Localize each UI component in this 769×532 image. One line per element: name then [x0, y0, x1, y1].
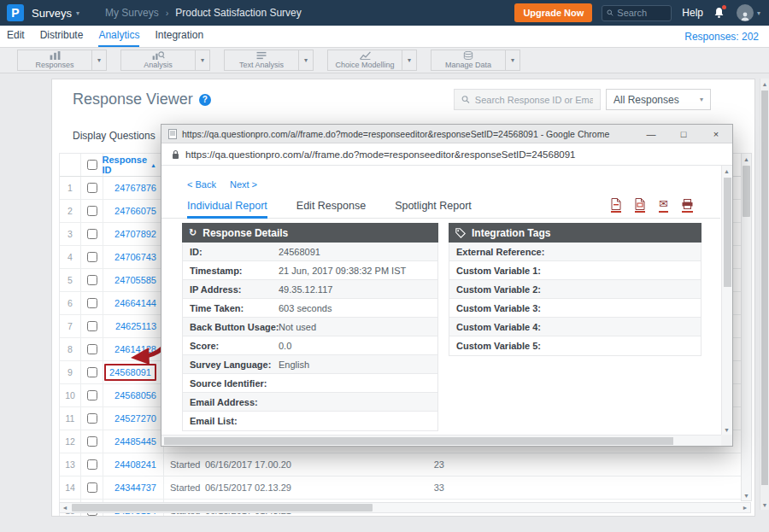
scroll-up-arrow[interactable]: ▲ — [722, 166, 731, 176]
email-icon[interactable]: ✉ — [659, 198, 668, 213]
page-favicon-icon — [168, 129, 177, 139]
analysis-tool-button[interactable]: Analysis — [120, 50, 196, 71]
response-id-sort-header[interactable]: Response ID ▲ — [102, 155, 156, 175]
row-checkbox[interactable] — [87, 206, 97, 216]
response-id-link[interactable]: 24766075 — [114, 206, 156, 216]
excel-export-icon[interactable] — [635, 198, 645, 213]
response-id-link[interactable]: 24485445 — [114, 436, 156, 447]
address-url[interactable]: https://qa.questionpro.com/a//frame.do?m… — [185, 149, 575, 160]
scrollbar-thumb[interactable] — [743, 166, 750, 217]
breadcrumb-my-surveys[interactable]: My Surveys — [105, 7, 159, 19]
questionpro-logo[interactable]: P — [7, 4, 24, 21]
scroll-down-arrow[interactable]: ▼ — [722, 424, 731, 435]
response-search-box[interactable] — [454, 89, 601, 110]
responses-filter-dropdown[interactable]: All Responses ▾ — [606, 89, 711, 110]
scrollbar-thumb[interactable] — [72, 504, 373, 512]
response-id-link[interactable]: 24408241 — [114, 459, 156, 470]
popup-vertical-scrollbar[interactable]: ▲ ▼ — [721, 166, 732, 435]
text-analysis-tool-button[interactable]: Text Analysis — [224, 50, 299, 71]
detail-value: 49.35.12.117 — [279, 284, 332, 295]
row-checkbox-cell — [81, 223, 103, 245]
detail-row: Timestamp:21 Jun, 2017 09:38:32 PM IST — [183, 261, 437, 280]
response-id-link[interactable]: 24767876 — [114, 183, 156, 193]
row-checkbox[interactable] — [87, 436, 97, 447]
maximize-button[interactable]: □ — [674, 129, 693, 139]
tab-edit[interactable]: Edit — [7, 26, 25, 47]
row-checkbox[interactable] — [87, 275, 97, 285]
response-id-cell: 24408241 — [103, 453, 164, 476]
help-icon[interactable]: ? — [199, 94, 211, 106]
tab-analytics[interactable]: Analytics — [98, 26, 139, 47]
popup-horizontal-scrollbar[interactable] — [161, 435, 721, 446]
row-checkbox[interactable] — [87, 482, 97, 493]
window-titlebar[interactable]: https://qa.questionpro.com/a//frame.do?m… — [161, 125, 732, 143]
minimize-button[interactable]: — — [642, 129, 660, 139]
account-menu[interactable]: ▾ — [737, 4, 760, 21]
row-checkbox[interactable] — [87, 229, 97, 239]
row-checkbox[interactable] — [87, 344, 97, 354]
row-checkbox[interactable] — [87, 183, 97, 193]
tab-edit-response[interactable]: Edit Response — [296, 196, 366, 219]
page-vertical-scrollbar[interactable]: ▲ ▼ — [760, 79, 769, 510]
responses-tool-button[interactable]: Responses — [17, 50, 92, 71]
analysis-tool-caret[interactable]: ▾ — [196, 50, 210, 71]
row-checkbox[interactable] — [87, 390, 97, 400]
scroll-down-arrow[interactable]: ▼ — [760, 500, 769, 510]
upgrade-now-button[interactable]: Upgrade Now — [514, 3, 592, 22]
table-horizontal-scrollbar[interactable]: ◄ ► — [59, 502, 751, 513]
response-id-link[interactable]: 24344737 — [114, 482, 156, 493]
back-link[interactable]: < Back — [187, 179, 216, 190]
row-checkbox[interactable] — [87, 298, 97, 308]
row-number: 4 — [60, 246, 81, 268]
response-id-link[interactable]: 24527270 — [114, 413, 156, 424]
choice-modelling-tool-caret[interactable]: ▾ — [402, 50, 417, 71]
response-search-input[interactable] — [475, 95, 593, 105]
scrollbar-thumb[interactable] — [724, 178, 731, 287]
address-bar[interactable]: https://qa.questionpro.com/a//frame.do?m… — [161, 143, 732, 166]
row-checkbox[interactable] — [87, 459, 97, 470]
tab-spotlight-report[interactable]: Spotlight Report — [395, 196, 472, 219]
text-analysis-tool-caret[interactable]: ▾ — [299, 50, 314, 71]
manage-data-tool-button[interactable]: Manage Data — [431, 50, 506, 71]
select-all-checkbox[interactable] — [87, 160, 97, 170]
row-checkbox[interactable] — [87, 321, 97, 331]
response-details-title: Response Details — [203, 227, 288, 239]
response-id-link[interactable]: 24705585 — [114, 275, 156, 285]
detail-row: Source Identifier: — [183, 374, 437, 393]
tab-integration[interactable]: Integration — [155, 26, 203, 47]
row-checkbox[interactable] — [87, 367, 97, 377]
row-checkbox[interactable] — [87, 413, 97, 424]
global-search-input[interactable] — [617, 8, 666, 18]
row-checkbox[interactable] — [87, 252, 97, 262]
tab-distribute[interactable]: Distribute — [40, 26, 84, 47]
scroll-left-arrow[interactable]: ◄ — [60, 503, 70, 512]
global-search-box[interactable] — [602, 5, 672, 21]
tag-icon — [455, 228, 466, 238]
highlighted-response-id-link[interactable]: 24568091 — [104, 364, 156, 381]
pdf-export-icon[interactable] — [611, 198, 621, 213]
tab-individual-report[interactable]: Individual Report — [187, 196, 267, 219]
next-link[interactable]: Next > — [230, 179, 257, 190]
scrollbar-thumb[interactable] — [761, 91, 768, 485]
help-link[interactable]: Help — [682, 7, 703, 19]
row-number: 1 — [60, 177, 81, 199]
response-id-link[interactable]: 24568056 — [114, 390, 156, 400]
close-button[interactable]: × — [707, 129, 725, 139]
notifications-bell-icon[interactable] — [713, 7, 725, 19]
scroll-up-arrow[interactable]: ▲ — [742, 154, 751, 164]
chevron-down-icon: ▾ — [97, 56, 101, 64]
surveys-menu[interactable]: Surveys ▾ — [32, 7, 79, 20]
choice-modelling-tool-button[interactable]: Choice Modelling — [327, 50, 402, 71]
table-vertical-scrollbar[interactable]: ▲ ▼ — [741, 153, 752, 501]
scroll-down-arrow[interactable]: ▼ — [742, 490, 751, 500]
print-icon[interactable] — [682, 198, 693, 213]
response-id-link[interactable]: 24707892 — [114, 229, 156, 239]
toolbar-group-analysis: Analysis ▾ — [120, 50, 210, 71]
response-id-link[interactable]: 24706743 — [114, 252, 156, 262]
manage-data-tool-caret[interactable]: ▾ — [506, 50, 520, 71]
responses-tool-caret[interactable]: ▾ — [92, 50, 107, 71]
scroll-right-arrow[interactable]: ► — [740, 503, 750, 512]
scroll-up-arrow[interactable]: ▲ — [760, 79, 769, 89]
response-id-link[interactable]: 24664144 — [114, 298, 156, 308]
scrollbar-thumb[interactable] — [164, 437, 673, 445]
